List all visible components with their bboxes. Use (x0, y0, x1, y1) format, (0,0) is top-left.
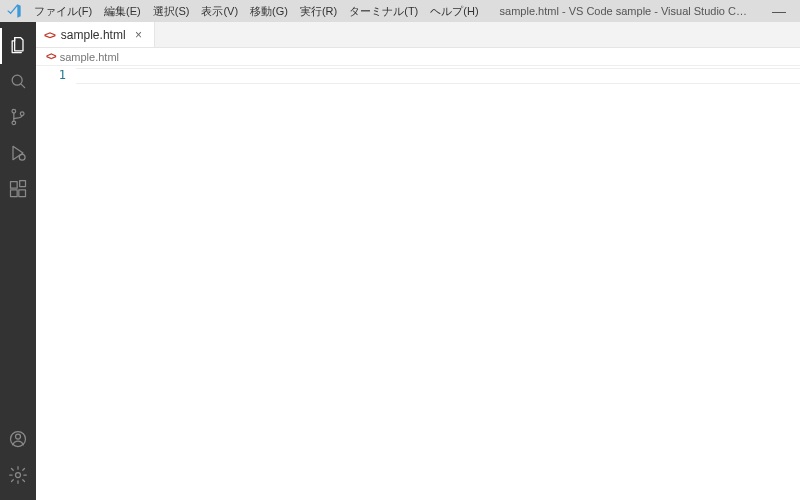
menu-edit[interactable]: 編集(E) (98, 0, 147, 22)
breadcrumb[interactable]: <> sample.html (36, 48, 800, 66)
svg-rect-8 (20, 180, 26, 186)
menu-terminal[interactable]: ターミナル(T) (343, 0, 424, 22)
window-title: sample.html - VS Code sample - Visual St… (485, 5, 762, 17)
editor-tabs: <> sample.html × (36, 22, 800, 48)
files-icon (8, 35, 28, 58)
explorer-activity-button[interactable] (0, 28, 36, 64)
svg-point-0 (12, 75, 22, 85)
code-editor[interactable]: 1 (36, 66, 800, 500)
activity-bar-top (0, 22, 36, 422)
menu-run[interactable]: 実行(R) (294, 0, 343, 22)
run-debug-activity-button[interactable] (0, 136, 36, 172)
menu-selection[interactable]: 選択(S) (147, 0, 196, 22)
menu-file[interactable]: ファイル(F) (28, 0, 98, 22)
gear-icon (8, 465, 28, 488)
search-activity-button[interactable] (0, 64, 36, 100)
svg-point-10 (16, 434, 21, 439)
settings-activity-button[interactable] (0, 458, 36, 494)
tab-sample-html[interactable]: <> sample.html × (36, 22, 155, 47)
search-icon (8, 71, 28, 94)
source-control-activity-button[interactable] (0, 100, 36, 136)
menu-go[interactable]: 移動(G) (244, 0, 294, 22)
vscode-logo-icon (0, 3, 28, 19)
activity-bar (0, 22, 36, 500)
svg-rect-6 (11, 189, 18, 196)
branch-icon (8, 107, 28, 130)
app-root: ファイル(F) 編集(E) 選択(S) 表示(V) 移動(G) 実行(R) ター… (0, 0, 800, 500)
svg-point-4 (19, 154, 25, 160)
menu-bar: ファイル(F) 編集(E) 選択(S) 表示(V) 移動(G) 実行(R) ター… (28, 0, 485, 22)
menu-view[interactable]: 表示(V) (195, 0, 244, 22)
breadcrumb-filename: sample.html (60, 51, 119, 63)
titlebar: ファイル(F) 編集(E) 選択(S) 表示(V) 移動(G) 実行(R) ター… (0, 0, 800, 22)
tab-close-button[interactable]: × (132, 28, 146, 42)
editor-content[interactable] (76, 66, 800, 500)
workbench-body: <> sample.html × <> sample.html 1 (0, 22, 800, 500)
active-line-highlight (76, 68, 800, 84)
line-number-gutter: 1 (36, 66, 76, 500)
svg-rect-5 (11, 181, 18, 188)
tab-label: sample.html (61, 28, 126, 42)
extensions-activity-button[interactable] (0, 172, 36, 208)
line-number: 1 (36, 68, 66, 82)
svg-point-11 (16, 472, 21, 477)
menu-help[interactable]: ヘルプ(H) (424, 0, 484, 22)
extensions-icon (8, 179, 28, 202)
html-file-icon: <> (46, 51, 56, 62)
play-bug-icon (8, 143, 28, 166)
window-minimize-button[interactable]: — (762, 0, 796, 22)
editor-region: <> sample.html × <> sample.html 1 (36, 22, 800, 500)
accounts-activity-button[interactable] (0, 422, 36, 458)
svg-rect-7 (19, 189, 26, 196)
account-icon (8, 429, 28, 452)
html-file-icon: <> (44, 29, 55, 41)
activity-bar-bottom (0, 422, 36, 500)
